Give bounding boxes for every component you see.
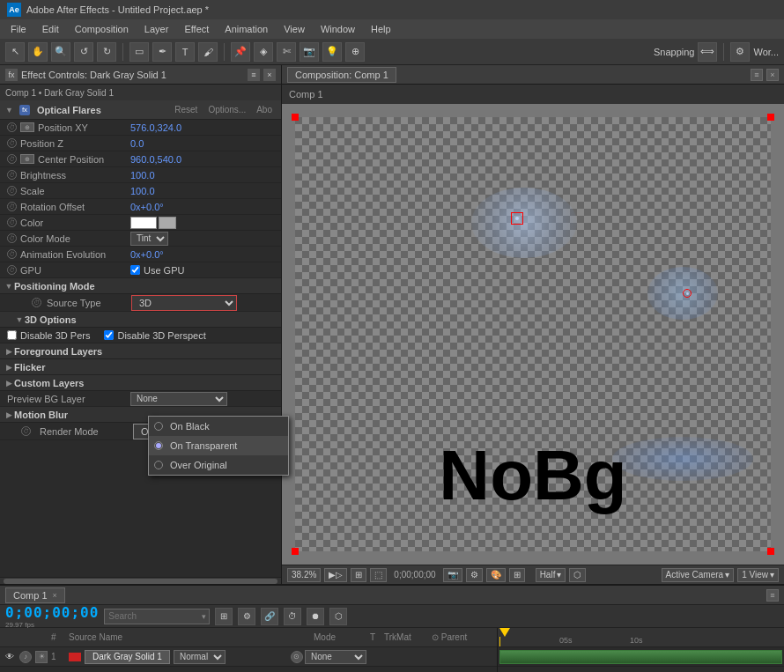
- stopwatch-rotation[interactable]: ⏱: [7, 202, 17, 211]
- stopwatch-gpu[interactable]: ⏱: [7, 265, 17, 275]
- effect-options-btn[interactable]: Options...: [204, 104, 249, 115]
- view-count-btn[interactable]: 1 View▾: [737, 568, 779, 582]
- timecode-display[interactable]: 0;00;00;00: [5, 604, 99, 621]
- timeline-tab-close[interactable]: ×: [53, 591, 57, 600]
- comp-panel-menu-btn[interactable]: ≡: [751, 69, 763, 81]
- menu-window[interactable]: Window: [314, 22, 362, 36]
- fast-preview-btn[interactable]: ⬡: [569, 568, 586, 582]
- camera-btn[interactable]: 📷: [443, 568, 462, 582]
- stopwatch-source-type[interactable]: ⏱: [32, 298, 41, 307]
- popup-item-on-transparent[interactable]: On Transparent: [149, 436, 288, 455]
- timeline-tool-4[interactable]: ⏱: [284, 608, 301, 625]
- menu-edit[interactable]: Edit: [35, 22, 66, 36]
- left-panel-scrollbar[interactable]: [0, 577, 281, 584]
- panel-collapse-btn[interactable]: fx: [5, 69, 18, 81]
- toolbar-select-btn[interactable]: ↖: [5, 42, 25, 62]
- stopwatch-render-mode[interactable]: ⏱: [21, 426, 31, 436]
- disable-3d-persp-checkbox[interactable]: [104, 330, 114, 340]
- menu-view[interactable]: View: [277, 22, 312, 36]
- timeline-comp-tab[interactable]: Comp 1 ×: [5, 587, 65, 603]
- source-type-dropdown[interactable]: 3D 2D: [131, 295, 237, 311]
- prop-value-position-z[interactable]: 0.0: [130, 138, 281, 149]
- roi-btn[interactable]: ⬚: [370, 568, 387, 582]
- popup-item-on-black[interactable]: On Black: [149, 417, 288, 436]
- menu-animation[interactable]: Animation: [218, 22, 275, 36]
- custom-layers-arrow[interactable]: ▶: [4, 378, 14, 388]
- prop-value-scale[interactable]: 100.0: [130, 186, 281, 196]
- track-name-btn[interactable]: Dark Gray Solid 1: [85, 650, 170, 664]
- menu-layer[interactable]: Layer: [137, 22, 176, 36]
- prop-value-position-xy[interactable]: 576.0,324.0: [130, 122, 281, 133]
- preview-options-btn[interactable]: ▶▷: [324, 568, 347, 582]
- stopwatch-anim-evol[interactable]: ⏱: [7, 249, 17, 259]
- prop-value-rotation[interactable]: 0x+0.0°: [130, 202, 281, 212]
- toolbar-undo-btn[interactable]: ↺: [74, 42, 93, 62]
- color-swatch-white[interactable]: [130, 217, 157, 229]
- timeline-tool-3[interactable]: 🔗: [261, 608, 278, 625]
- timeline-tool-5[interactable]: ⏺: [307, 608, 324, 625]
- prop-value-center-pos[interactable]: 960.0,540.0: [130, 154, 281, 165]
- stopwatch-scale[interactable]: ⏱: [7, 186, 17, 196]
- track-mode-dropdown[interactable]: Normal: [174, 650, 226, 664]
- search-dropdown-arrow[interactable]: ▾: [202, 612, 206, 621]
- menu-effect[interactable]: Effect: [177, 22, 216, 36]
- gpu-checkbox[interactable]: [130, 265, 140, 275]
- workspace-btn[interactable]: ⚙: [730, 42, 750, 62]
- compass-center-icon[interactable]: ⊕: [20, 154, 34, 164]
- stopwatch-center-pos[interactable]: ⏱: [7, 154, 17, 164]
- toolbar-roto-btn[interactable]: ✄: [277, 42, 296, 62]
- layer-solo-btn[interactable]: ☀: [35, 651, 48, 663]
- panel-menu-btn[interactable]: ≡: [248, 69, 260, 81]
- layer-audio-btn[interactable]: ♪: [19, 651, 32, 663]
- stopwatch-colormode[interactable]: ⏱: [7, 233, 17, 243]
- timeline-tool-6[interactable]: ⬡: [329, 608, 347, 625]
- timeline-tool-2[interactable]: ⚙: [238, 608, 255, 625]
- menu-help[interactable]: Help: [364, 22, 398, 36]
- effect-reset-btn[interactable]: Reset: [171, 104, 201, 115]
- toolbar-rect-btn[interactable]: ▭: [129, 42, 149, 62]
- flicker-arrow[interactable]: ▶: [4, 362, 14, 373]
- toolbar-null-btn[interactable]: ⊕: [345, 42, 365, 62]
- quality-dropdown[interactable]: Half▾: [536, 568, 566, 582]
- positioning-mode-arrow[interactable]: ▼: [4, 281, 14, 292]
- toolbar-pin-btn[interactable]: 📌: [231, 42, 250, 62]
- zoom-display[interactable]: 38.2%: [287, 568, 321, 582]
- toolbar-shape-btn[interactable]: ◈: [254, 42, 273, 62]
- menu-composition[interactable]: Composition: [68, 22, 136, 36]
- menu-file[interactable]: File: [4, 22, 33, 36]
- toolbar-camera-btn[interactable]: 📷: [300, 42, 319, 62]
- render-settings-btn[interactable]: ⚙: [466, 568, 483, 582]
- toolbar-text-btn[interactable]: T: [175, 42, 195, 62]
- effect-toggle-btn[interactable]: ▼: [5, 106, 16, 114]
- foreground-layers-arrow[interactable]: ▶: [4, 346, 14, 357]
- 3d-options-arrow[interactable]: ▼: [14, 314, 25, 325]
- timeline-panel-menu-btn[interactable]: ≡: [766, 589, 779, 602]
- stopwatch-position-xy[interactable]: ⏱: [7, 122, 17, 132]
- collapse-btn[interactable]: [229, 652, 240, 662]
- disable-3d-pers-checkbox[interactable]: [7, 330, 17, 340]
- stopwatch-position-z[interactable]: ⏱: [7, 138, 17, 148]
- toolbar-light-btn[interactable]: 💡: [322, 42, 342, 62]
- toolbar-zoom-btn[interactable]: 🔍: [51, 42, 70, 62]
- layer-bar-1[interactable]: [499, 650, 782, 664]
- layer-visibility-btn[interactable]: 👁: [4, 651, 16, 663]
- parent-dropdown[interactable]: None: [305, 650, 366, 664]
- stopwatch-color[interactable]: ⏱: [7, 218, 17, 227]
- snap-btn[interactable]: ⊞: [351, 568, 366, 582]
- preview-bg-layer-dropdown[interactable]: None: [130, 392, 227, 406]
- toolbar-hand-btn[interactable]: ✋: [28, 42, 48, 62]
- snapping-toggle[interactable]: ⟺: [698, 42, 717, 62]
- color-mode-dropdown[interactable]: Tint: [130, 232, 168, 246]
- timeline-search-input[interactable]: [104, 609, 210, 624]
- channel-btn[interactable]: ⊞: [509, 568, 525, 582]
- prop-value-anim-evol[interactable]: 0x+0.0°: [130, 249, 281, 260]
- prop-value-brightness[interactable]: 100.0: [130, 170, 281, 181]
- motion-blur-arrow[interactable]: ▶: [4, 410, 14, 420]
- effect-abo-btn[interactable]: Abo: [253, 104, 276, 115]
- composition-tab[interactable]: Composition: Comp 1: [287, 67, 396, 83]
- toolbar-redo-btn[interactable]: ↻: [97, 42, 116, 62]
- left-panel-scrollbar-thumb[interactable]: [4, 579, 277, 584]
- toolbar-pen-btn[interactable]: ✒: [152, 42, 172, 62]
- compass-icon[interactable]: ⊕: [20, 122, 34, 132]
- composition-view[interactable]: NoBg: [282, 104, 784, 565]
